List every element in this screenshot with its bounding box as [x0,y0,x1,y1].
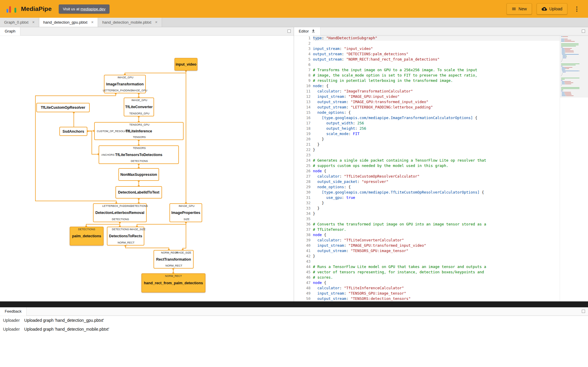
code-line[interactable]: input_stream: "IMAGE_GPU:transformed_inp… [313,243,588,248]
graph-node-RectTransformation[interactable]: NORM_RECTIMAGE_SIZENORM_RECTRectTransfor… [153,250,194,269]
code-line[interactable]: [type.googleapis.com/mediapipe.TfLiteCus… [313,190,588,195]
code-line[interactable]: # Converts the transformed input image o… [313,222,588,227]
code-line[interactable]: input_stream: "IMAGE_GPU:input_video" [313,94,588,99]
download-icon[interactable] [311,29,316,33]
code-line[interactable]: node_options: { [313,110,588,115]
graph-node-hand_rect_from_palm_detections[interactable]: NORM_RECThand_rect_from_palm_detections [141,273,205,293]
graph-node-DetectionLetterboxRemoval[interactable]: LETTERBOX_PADDINGDETECTIONSDETECTIONSDet… [93,203,147,222]
code-line[interactable] [313,152,588,158]
code-line[interactable]: # Generates a single side packet contain… [313,158,588,163]
file-tab[interactable]: hand_detection_mobile.pbtxt✕ [98,18,162,27]
horizontal-divider[interactable] [0,301,588,307]
file-tab[interactable]: Graph_0.pbtxt✕ [0,18,39,27]
cloud-upload-icon [542,6,547,12]
code-line[interactable]: output_height: 256 [313,126,588,131]
graph-node-TfLiteInference[interactable]: TENSORS_GPUTENSORSCUSTOM_OP_RESOLVERTfLi… [94,122,184,140]
code-line[interactable] [313,259,588,264]
code-line[interactable]: node: { [313,83,588,89]
node-label: DetectionLetterboxRemoval [95,211,144,215]
code-line[interactable] [313,41,588,46]
code-line[interactable]: # Runs a TensorFlow Lite model on GPU th… [313,264,588,269]
code-line[interactable]: # scores. [313,275,588,280]
code-line[interactable]: } [313,137,588,142]
code-line[interactable]: calculator: "TfLiteInferenceCalculator" [313,285,588,291]
new-button[interactable]: New [507,3,532,14]
code-editor[interactable]: 1234567891011121314151617181920212223242… [294,35,588,301]
more-options-icon[interactable]: ⋮ [572,4,582,14]
code-line[interactable]: } [313,147,588,152]
code-line[interactable]: output_stream: "TENSORS_GPU:image_tensor… [313,248,588,254]
code-line[interactable]: } [313,211,588,216]
graph-node-ImageProperties[interactable]: IMAGE_GPUSIZEImageProperties [169,203,202,222]
code-line[interactable]: output_stream: "LETTERBOX_PADDING:letter… [313,105,588,110]
node-label: ImageProperties [172,211,200,215]
code-line[interactable]: scale_mode: FIT [313,131,588,137]
graph-node-SsdAnchors[interactable]: SsdAnchors [59,127,87,136]
visit-badge[interactable]: Visit us at mediapipe.dev [59,4,110,14]
graph-node-TfLiteTensorsToDetections[interactable]: TENSORSDETECTIONSANCHORSTfLiteTensorsToD… [99,145,179,164]
code-line[interactable]: } [313,254,588,259]
code-line[interactable]: output_stream: "NORM_RECT:hand_rect_from… [313,57,588,62]
code-line[interactable]: calculator: "TfLiteConverterCalculator" [313,238,588,243]
code-line[interactable]: } [313,206,588,211]
code-line[interactable]: node_options: { [313,184,588,190]
code-line[interactable]: input_stream: "input_video" [313,46,588,51]
code-line[interactable] [313,216,588,222]
feedback-tab[interactable]: Feedback [0,307,27,316]
code-line[interactable]: type: "HandDetectionSubgraph" [313,35,588,41]
code-line[interactable]: output_width: 256 [313,121,588,126]
code-line[interactable] [313,62,588,67]
minimap-line [561,48,587,49]
graph-node-input_video[interactable]: input_video [174,58,197,71]
editor-tab[interactable]: Editor [294,27,321,35]
line-number: 9 [294,78,311,83]
minimap[interactable] [560,35,588,301]
port-label: CUSTOM_OP_RESOLVER [97,130,129,132]
minimap-line [561,65,587,65]
graph-node-palm_detections[interactable]: DETECTIONSpalm_detections [70,227,104,246]
popout-icon[interactable] [582,30,585,33]
code-line[interactable]: [type.googleapis.com/mediapipe.ImageTran… [313,115,588,121]
code-line[interactable]: # image, the scale_mode option is set to… [313,73,588,78]
code-line[interactable]: node { [313,280,588,285]
popout-icon[interactable] [582,310,585,313]
close-tab-icon[interactable]: ✕ [32,20,35,24]
code-line[interactable]: calculator: "ImageTransformationCalculat… [313,89,588,94]
graph-node-TfLiteCustomOpResolver[interactable]: TfLiteCustomOpResolver [36,103,90,112]
code-line[interactable]: } [313,200,588,206]
code-lines[interactable]: type: "HandDetectionSubgraph" input_stre… [311,35,588,301]
graph-canvas[interactable]: input_videoIMAGE_GPULETTERBOX_PADDINGIMA… [0,35,294,301]
code-line[interactable]: node { [313,232,588,238]
code-line[interactable]: output_stream: "TENSORS:detection_tensor… [313,296,588,301]
graph-node-ImageTransformation[interactable]: IMAGE_GPULETTERBOX_PADDINGIMAGE_GPUImage… [104,75,146,93]
graph-tab[interactable]: Graph [0,27,20,35]
file-tab[interactable]: hand_detection_gpu.pbtxt✕ [39,18,98,27]
code-line[interactable]: node { [313,168,588,174]
code-line[interactable]: output_stream: "DETECTIONS:palm_detectio… [313,51,588,57]
code-line[interactable]: output_side_packet: "opresolver" [313,179,588,184]
code-line[interactable]: output_stream: "IMAGE_GPU:transformed_in… [313,99,588,105]
code-line[interactable]: # Transforms the input image on GPU to a… [313,67,588,73]
node-label: TfLiteInference [126,129,152,133]
minimap-line [561,43,587,44]
code-line[interactable]: calculator: "TfLiteCustomOpResolverCalcu… [313,174,588,179]
mediapipe-link[interactable]: mediapipe.dev [81,7,106,11]
code-line[interactable]: # vector of tensors representing, for in… [313,269,588,275]
code-line[interactable]: use_gpu: true [313,195,588,200]
graph-node-DetectionsToRects[interactable]: DETECTIONSIMAGE_SIZENORM_RECTDetectionsT… [107,227,144,246]
feedback-message: Uploaded graph 'hand_detection_mobile.pb… [24,327,109,332]
code-line[interactable]: # TfLiteTensor. [313,227,588,232]
graph-node-TfLiteConverter[interactable]: IMAGE_GPUTENSORS_GPUTfLiteConverter [124,98,154,116]
code-line[interactable]: # resulting in potential letterboxing in… [313,78,588,83]
feedback-row: UploaderUploaded graph 'hand_detection_m… [3,327,588,336]
graph-node-DetectionLabelIdToText[interactable]: DetectionLabelIdToText [115,186,162,199]
graph-node-NonMaxSuppression[interactable]: NonMaxSuppression [118,168,159,181]
upload-button[interactable]: Upload [537,3,567,14]
code-line[interactable]: } [313,142,588,147]
popout-icon[interactable] [288,30,291,33]
code-line[interactable]: # supports custom ops needed by the mode… [313,163,588,168]
code-line[interactable]: input_stream: "TENSORS_GPU:image_tensor" [313,291,588,296]
close-tab-icon[interactable]: ✕ [91,20,94,24]
mediapipe-logo-icon [6,5,16,13]
close-tab-icon[interactable]: ✕ [155,20,158,24]
